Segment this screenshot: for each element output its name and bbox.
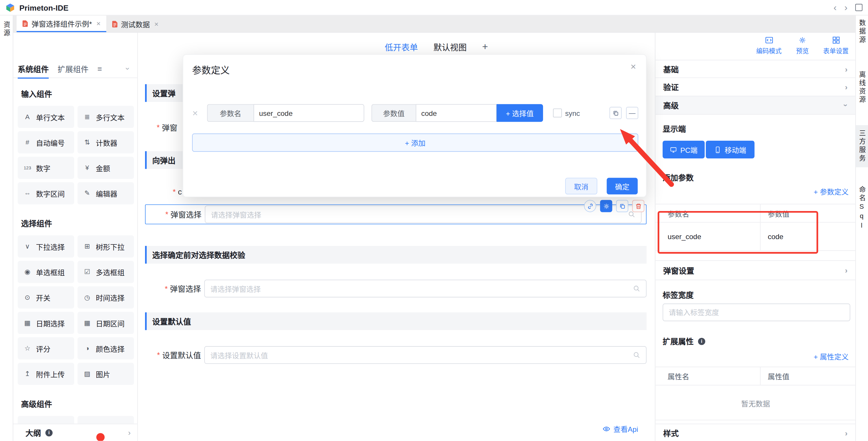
palette-item-color-picker[interactable]: ◑颜色选择 <box>78 337 134 359</box>
field-dialog-select-2[interactable]: * 弹窗选择 请选择弹窗选择 <box>145 279 647 298</box>
palette-item-switch[interactable]: ⊙开关 <box>18 286 74 308</box>
palette-item-image[interactable]: ▨图片 <box>78 363 134 385</box>
form-settings-button[interactable]: 表单设置 <box>823 36 848 55</box>
nav-forward-icon[interactable]: › <box>844 3 848 12</box>
palette-item-number[interactable]: 123数字 <box>18 157 74 179</box>
copy-row-button[interactable] <box>610 107 622 119</box>
close-tab-icon[interactable]: × <box>154 20 158 28</box>
palette-item-upload[interactable]: ↥附件上传 <box>18 363 74 385</box>
number-icon: 123 <box>23 165 32 170</box>
param-define-link[interactable]: + 参数定义 <box>814 186 848 197</box>
nav-back-icon[interactable]: ‹ <box>833 3 837 12</box>
palette-collapse-icon[interactable]: › <box>124 67 133 70</box>
tab-test-data[interactable]: 测试数据 × <box>106 16 164 32</box>
tab-dialog-select-example[interactable]: 弹窗选择组件示例* × <box>17 16 106 32</box>
default-value-input[interactable]: 请选择设置默认值 <box>204 346 646 364</box>
file-icon <box>112 20 118 27</box>
tab-low-code-form[interactable]: 低开表单 <box>385 41 418 53</box>
dock-third-party-services[interactable]: 三方服务 <box>857 129 867 163</box>
palette-menu-icon[interactable]: ≡ <box>97 64 102 73</box>
chevron-right-icon: › <box>845 64 848 73</box>
pc-side-button[interactable]: PC端 <box>663 141 705 158</box>
code-mode-button[interactable]: 编码模式 <box>756 36 781 55</box>
accordion-validate[interactable]: 验证 › <box>655 78 855 96</box>
number-range-icon: ⇔ <box>23 189 32 197</box>
close-tab-icon[interactable]: × <box>96 19 100 28</box>
palette-item-tree-select[interactable]: ⊞树形下拉 <box>78 235 134 258</box>
view-api-link[interactable]: 查看Api <box>602 423 638 434</box>
palette-item-radio-group[interactable]: ◉单选框组 <box>18 261 74 283</box>
confirm-button[interactable]: 确定 <box>607 178 638 194</box>
window-layout-icon[interactable] <box>855 4 862 11</box>
sync-checkbox[interactable] <box>553 109 562 117</box>
choose-value-button[interactable]: + 选择值 <box>497 104 543 122</box>
add-param-button[interactable]: + 添加 <box>192 134 638 152</box>
mobile-side-button[interactable]: 移动端 <box>706 141 754 158</box>
add-view-button[interactable]: + <box>482 41 488 53</box>
palette-item-time-picker[interactable]: ◷时间选择 <box>78 286 134 308</box>
palette-item-counter[interactable]: ⇅计数器 <box>78 131 134 153</box>
label-width-input[interactable] <box>663 303 850 321</box>
palette-item-date-range[interactable]: ▦日期区间 <box>78 312 134 334</box>
palette-item-rate[interactable]: ☆评分 <box>18 337 74 359</box>
dock-data-source[interactable]: 数据源 <box>857 20 867 45</box>
tree-select-icon: ⊞ <box>83 243 92 251</box>
param-definition-dialog: 参数定义 × ✕ 参数名 参数值 + 选择值 sync — + 添加 取消 确定 <box>183 54 646 197</box>
section-validate-before-confirm[interactable]: 选择确定前对选择数据校验 <box>145 246 647 264</box>
palette-item-multi-line-text[interactable]: ≣多行文本 <box>78 106 134 128</box>
delete-field-button[interactable] <box>632 200 644 212</box>
field-settings-button[interactable] <box>600 200 612 212</box>
accordion-basic[interactable]: 基础 › <box>655 60 855 78</box>
param-row: ✕ 参数名 参数值 + 选择值 sync — <box>192 104 638 122</box>
required-mark: * <box>165 284 168 293</box>
dock-offline-resources[interactable]: 离线资源 <box>857 71 867 104</box>
tab-default-view[interactable]: 默认视图 <box>433 41 466 53</box>
preview-button[interactable]: 预览 <box>796 36 809 55</box>
outline-bar[interactable]: 大纲 i › <box>13 423 137 441</box>
field-action-toolbar <box>584 200 644 212</box>
palette-item-number-range[interactable]: ⇔数字区间 <box>18 182 74 204</box>
auto-number-icon: # <box>23 138 32 146</box>
palette-header: 系统组件 扩展组件 ≡ › <box>13 60 137 78</box>
palette-item-date-picker[interactable]: ▦日期选择 <box>18 312 74 334</box>
palette-item-single-line-text[interactable]: A单行文本 <box>18 106 74 128</box>
dialog-select-input[interactable]: 请选择弹窗选择 <box>205 205 642 223</box>
field-set-default-value[interactable]: * 设置默认值 请选择设置默认值 <box>145 346 647 364</box>
select-icon: ∨ <box>23 243 32 251</box>
copy-field-button[interactable] <box>616 200 628 212</box>
file-icon <box>22 20 28 27</box>
editor-icon: ✎ <box>83 189 92 197</box>
palette-item-checkbox-group[interactable]: ☑多选框组 <box>78 261 134 283</box>
palette-item-auto-number[interactable]: #自动编号 <box>18 131 74 153</box>
section-set-default-value[interactable]: 设置默认值 <box>145 313 647 330</box>
single-line-text-icon: A <box>23 113 32 121</box>
notification-dot <box>96 433 104 441</box>
counter-icon: ⇅ <box>83 138 92 146</box>
remove-row-button[interactable]: — <box>626 107 638 119</box>
param-name-input[interactable] <box>253 104 364 122</box>
cancel-button[interactable]: 取消 <box>565 178 597 194</box>
outline-expand-icon[interactable]: › <box>128 428 131 437</box>
link-field-button[interactable] <box>584 200 596 212</box>
panel-actions: 编码模式 预览 表单设置 <box>756 36 848 55</box>
accordion-dialog-settings[interactable]: 弹窗设置 › <box>655 260 855 280</box>
dock-resources[interactable]: 资源 <box>2 21 11 37</box>
ide-root: Primeton-IDE ‹ › 弹窗选择组件示例* × 测试数据 × 资源 <box>0 0 868 441</box>
palette-item-editor[interactable]: ✎编辑器 <box>78 182 134 204</box>
selected-field-dialog-select[interactable]: * 弹窗选择 请选择弹窗选择 <box>145 204 647 224</box>
accordion-advanced[interactable]: 高级 › <box>655 96 855 115</box>
row-handle-icon[interactable]: ✕ <box>192 109 198 117</box>
palette-item-amount[interactable]: ¥金额 <box>78 157 134 179</box>
dock-named-sql[interactable]: 命名Sql <box>857 186 867 231</box>
close-dialog-icon[interactable]: × <box>630 61 636 72</box>
dialog-select-input[interactable]: 请选择弹窗选择 <box>204 280 646 297</box>
tab-system-components[interactable]: 系统组件 <box>18 63 49 74</box>
tab-extended-components[interactable]: 扩展组件 <box>58 63 89 74</box>
ext-props-table-header: 属性名 属性值 <box>655 367 855 385</box>
palette-item-select[interactable]: ∨下拉选择 <box>18 235 74 258</box>
accordion-style[interactable]: 样式 › <box>655 423 855 441</box>
prop-define-link[interactable]: + 属性定义 <box>814 351 848 362</box>
currency-icon: ¥ <box>83 164 92 172</box>
info-icon: i <box>45 429 53 436</box>
param-value-input[interactable] <box>416 104 497 122</box>
